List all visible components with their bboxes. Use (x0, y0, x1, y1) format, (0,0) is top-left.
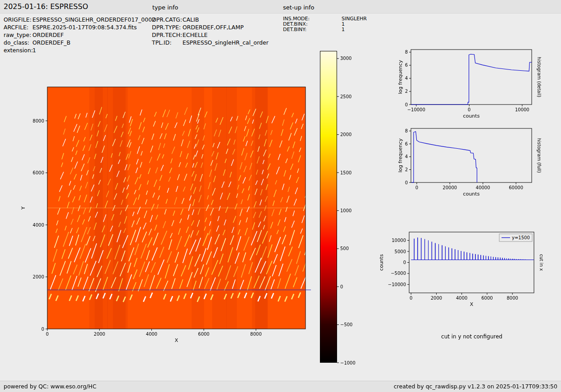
svg-text:0: 0 (46, 332, 49, 337)
svg-text:6000: 6000 (33, 170, 44, 175)
cut-x-figure: 02000400060008000−10000−50000500010000Xc… (379, 232, 544, 307)
svg-text:0: 0 (41, 327, 44, 332)
svg-text:2500: 2500 (340, 94, 351, 99)
svg-text:20000: 20000 (442, 185, 457, 190)
svg-text:2: 2 (405, 167, 408, 172)
svg-text:−5000: −5000 (391, 271, 406, 276)
svg-text:4000: 4000 (33, 223, 44, 228)
svg-text:0: 0 (340, 284, 343, 289)
svg-text:8000: 8000 (506, 296, 518, 301)
svg-text:10000: 10000 (392, 238, 406, 243)
svg-text:Y: Y (20, 206, 26, 210)
svg-text:−1000: −1000 (340, 360, 356, 365)
svg-text:2000: 2000 (94, 332, 105, 337)
svg-text:1000: 1000 (340, 208, 351, 213)
svg-text:histogram (full): histogram (full) (537, 138, 542, 173)
svg-text:8000: 8000 (33, 119, 44, 123)
svg-text:histogram (detail): histogram (detail) (537, 57, 542, 97)
svg-text:−10000: −10000 (407, 107, 425, 112)
svg-text:8000: 8000 (250, 332, 261, 337)
cut-y-note: cut in y not configured (413, 333, 531, 340)
svg-text:4: 4 (405, 154, 408, 159)
svg-text:−500: −500 (340, 322, 352, 327)
svg-text:2000: 2000 (340, 132, 351, 137)
colorbar-ticks: 300025002000150010005000−500−1000 (337, 56, 356, 365)
svg-text:10000: 10000 (515, 107, 529, 112)
svg-text:0: 0 (405, 102, 408, 107)
svg-text:8: 8 (405, 128, 408, 133)
svg-text:cut in x: cut in x (539, 254, 544, 271)
hist-full-figure: 020000400006000002468countslog frequency… (397, 128, 542, 197)
hist-detail-figure: −1000001000002468countslog frequencyhist… (397, 50, 542, 119)
svg-text:counts: counts (463, 191, 480, 197)
footer-bar: powered by QC: www.eso.org/HC created by… (0, 381, 561, 392)
svg-text:5000: 5000 (395, 249, 406, 254)
svg-text:1500: 1500 (340, 170, 351, 175)
svg-text:6000: 6000 (198, 332, 210, 337)
svg-text:0: 0 (405, 180, 408, 185)
svg-text:8: 8 (405, 50, 408, 55)
svg-text:40000: 40000 (476, 185, 490, 190)
svg-text:0: 0 (415, 185, 418, 190)
svg-text:0: 0 (468, 107, 470, 112)
qc-report-page: 2025-01-16: ESPRESSO type info set-up in… (0, 0, 561, 392)
svg-text:X: X (470, 301, 474, 307)
svg-text:4000: 4000 (456, 296, 467, 301)
svg-text:X: X (175, 337, 178, 343)
svg-text:6: 6 (405, 63, 408, 68)
footer-powered-by: powered by QC: www.eso.org/HC (4, 381, 96, 392)
svg-text:y=1500: y=1500 (512, 235, 530, 240)
svg-text:2: 2 (405, 89, 408, 94)
svg-text:4: 4 (405, 76, 408, 81)
svg-text:6000: 6000 (481, 296, 493, 301)
svg-text:500: 500 (340, 246, 349, 251)
svg-text:log frequency: log frequency (397, 60, 403, 94)
raw-image-figure: 0200040006000800002000400060008000XY (20, 87, 311, 343)
footer-created-by: created by qc_rawdisp.py v1.2.3 on 2025-… (394, 381, 557, 392)
svg-text:counts: counts (379, 254, 384, 271)
svg-text:2000: 2000 (33, 274, 44, 279)
svg-text:60000: 60000 (509, 185, 523, 190)
svg-text:6: 6 (405, 141, 408, 146)
svg-text:2000: 2000 (431, 296, 442, 301)
svg-text:3000: 3000 (340, 56, 351, 61)
svg-text:counts: counts (463, 113, 480, 119)
svg-text:4000: 4000 (146, 332, 157, 337)
svg-text:−10000: −10000 (388, 282, 406, 287)
svg-text:log frequency: log frequency (397, 138, 403, 173)
cut-x-legend: y=1500 (499, 234, 532, 242)
svg-text:0: 0 (403, 260, 406, 265)
svg-text:0: 0 (410, 296, 412, 301)
